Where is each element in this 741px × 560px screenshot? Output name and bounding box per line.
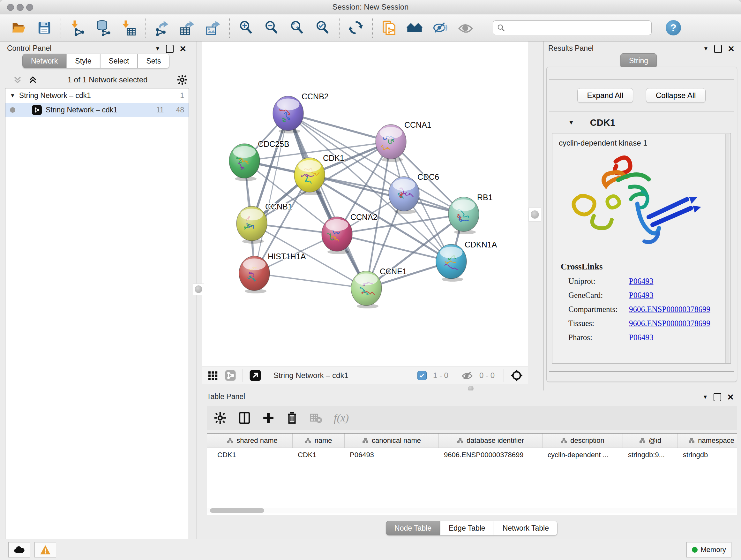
tab-node-table[interactable]: Node Table: [386, 521, 440, 536]
column-header[interactable]: shared name: [212, 434, 293, 448]
splitter-handle-right[interactable]: [529, 207, 541, 222]
hide-graphics-details-icon[interactable]: [432, 20, 448, 36]
cloud-button[interactable]: [8, 542, 30, 557]
float-panel-icon[interactable]: ▼: [155, 46, 160, 52]
tab-network[interactable]: Network: [22, 54, 66, 68]
birds-eye-navigator-icon[interactable]: [510, 369, 523, 382]
column-header[interactable]: namespace: [678, 434, 737, 448]
collapse-all-button[interactable]: Collapse All: [646, 88, 705, 103]
float-panel-icon[interactable]: ▼: [702, 394, 708, 400]
tab-style[interactable]: Style: [66, 54, 100, 68]
cell-name[interactable]: CDK1: [293, 451, 345, 459]
tab-string[interactable]: String: [620, 53, 657, 68]
add-column-icon[interactable]: [262, 412, 274, 424]
export-network-icon[interactable]: [154, 20, 170, 36]
zoom-out-icon[interactable]: [264, 20, 280, 36]
memory-button[interactable]: Memory: [686, 542, 731, 557]
tab-select[interactable]: Select: [100, 54, 138, 68]
zoom-selected-icon[interactable]: [315, 20, 331, 36]
hidden-counts: 0 - 0: [479, 371, 495, 380]
cell-namespace[interactable]: stringdb: [678, 451, 737, 459]
import-network-database-icon[interactable]: [95, 20, 111, 36]
network-collection-row[interactable]: ▼ String Network – cdk1 1: [5, 88, 189, 103]
warnings-button[interactable]: [35, 542, 56, 557]
cell-description[interactable]: cyclin-dependent ...: [542, 451, 623, 459]
zoom-in-icon[interactable]: [238, 20, 254, 36]
node-HIST1H1A[interactable]: [239, 256, 270, 294]
node-CCNE1[interactable]: [351, 271, 382, 308]
node-label-RB1: RB1: [477, 193, 493, 202]
crosslink-link[interactable]: P06493: [629, 277, 653, 286]
zoom-fit-icon[interactable]: [289, 20, 305, 36]
selected-checkbox-icon[interactable]: [417, 371, 427, 380]
column-header[interactable]: canonical name: [345, 434, 439, 448]
crosslink-link[interactable]: 9606.ENSP00000378699: [629, 319, 711, 328]
node-CCNA1[interactable]: [376, 125, 406, 162]
refresh-view-icon[interactable]: [348, 20, 364, 36]
edge-CCNB2-CCNE1[interactable]: [288, 113, 366, 288]
float-panel-icon[interactable]: ▼: [703, 46, 709, 52]
export-image-icon[interactable]: [205, 20, 221, 36]
home-icon[interactable]: [407, 20, 422, 36]
close-panel-icon[interactable]: ✕: [179, 46, 186, 52]
delete-column-icon[interactable]: [286, 412, 298, 424]
edge-CCNB2-HIST1H1A[interactable]: [254, 113, 288, 273]
show-columns-icon[interactable]: [238, 412, 251, 424]
copy-network-icon[interactable]: [381, 20, 397, 36]
table-row[interactable]: CDK1 CDK1 P06493 9606.ENSP00000378699 cy…: [207, 448, 737, 462]
tab-sets[interactable]: Sets: [138, 54, 170, 68]
cell-id[interactable]: stringdb:9...: [623, 451, 678, 459]
node-CCNA2[interactable]: [322, 217, 352, 254]
search-input[interactable]: [509, 23, 648, 32]
detach-view-icon[interactable]: [249, 369, 261, 381]
node-CDK1[interactable]: [294, 158, 325, 195]
crosslink-link[interactable]: P06493: [629, 291, 653, 300]
cell-shared-name[interactable]: CDK1: [212, 451, 293, 459]
collapse-all-icon[interactable]: [12, 75, 23, 84]
save-session-icon[interactable]: [37, 20, 52, 36]
results-scrollbar[interactable]: [725, 134, 730, 363]
collapse-gene-icon[interactable]: ▼: [568, 119, 574, 126]
node-CDKN1A[interactable]: [436, 244, 467, 282]
export-table-icon[interactable]: [179, 20, 195, 36]
column-header[interactable]: name: [293, 434, 345, 448]
network-options-gear-icon[interactable]: [177, 74, 188, 85]
edge-CDK1-RB1[interactable]: [310, 175, 464, 214]
show-eye-icon[interactable]: [458, 20, 474, 36]
import-table-file-icon[interactable]: [121, 20, 137, 36]
collapse-triangle-icon[interactable]: ▼: [10, 92, 15, 99]
edge-HIST1H1A-CCNE1[interactable]: [254, 273, 366, 288]
help-icon[interactable]: ?: [666, 20, 681, 36]
cell-canonical-name[interactable]: P06493: [345, 451, 439, 459]
expand-all-button[interactable]: Expand All: [577, 88, 633, 103]
network-canvas[interactable]: CCNB2CCNA1CDC25BCDK1CDC6RB1CCNB1CCNA2CDK…: [202, 42, 528, 367]
network-graph[interactable]: CCNB2CCNA1CDC25BCDK1CDC6RB1CCNB1CCNA2CDK…: [202, 42, 528, 367]
cell-database-identifier[interactable]: 9606.ENSP00000378699: [439, 451, 542, 459]
close-panel-icon[interactable]: ✕: [727, 394, 734, 400]
tab-network-table[interactable]: Network Table: [494, 521, 557, 536]
splitter-handle-left[interactable]: [193, 284, 204, 295]
node-CCNB2[interactable]: [273, 96, 304, 133]
table-options-gear-icon[interactable]: [214, 412, 226, 424]
expand-all-icon[interactable]: [27, 75, 38, 84]
column-header[interactable]: @id: [623, 434, 678, 448]
close-panel-icon[interactable]: ✕: [728, 46, 735, 52]
maximize-panel-icon[interactable]: [714, 393, 721, 401]
network-view-icon[interactable]: [225, 370, 236, 381]
tab-edge-table[interactable]: Edge Table: [440, 521, 494, 536]
crosslink-link[interactable]: P06493: [629, 333, 653, 342]
network-row[interactable]: String Network – cdk1 11 48: [5, 103, 189, 117]
column-header[interactable]: database identifier: [439, 434, 542, 448]
crosslink-link[interactable]: 9606.ENSP00000378699: [629, 305, 711, 314]
maximize-panel-icon[interactable]: [166, 45, 174, 53]
node-CDC25B[interactable]: [229, 144, 260, 181]
import-network-file-icon[interactable]: [70, 20, 85, 36]
grid-view-icon[interactable]: [207, 370, 218, 381]
maximize-panel-icon[interactable]: [714, 45, 722, 53]
node-RB1[interactable]: [448, 197, 479, 234]
table-horizontal-scrollbar[interactable]: [207, 508, 737, 513]
column-header[interactable]: description: [542, 434, 623, 448]
edge-CCNA2-CDKN1A[interactable]: [337, 234, 451, 261]
open-session-icon[interactable]: [11, 20, 27, 36]
node-CCNB1[interactable]: [237, 206, 267, 244]
